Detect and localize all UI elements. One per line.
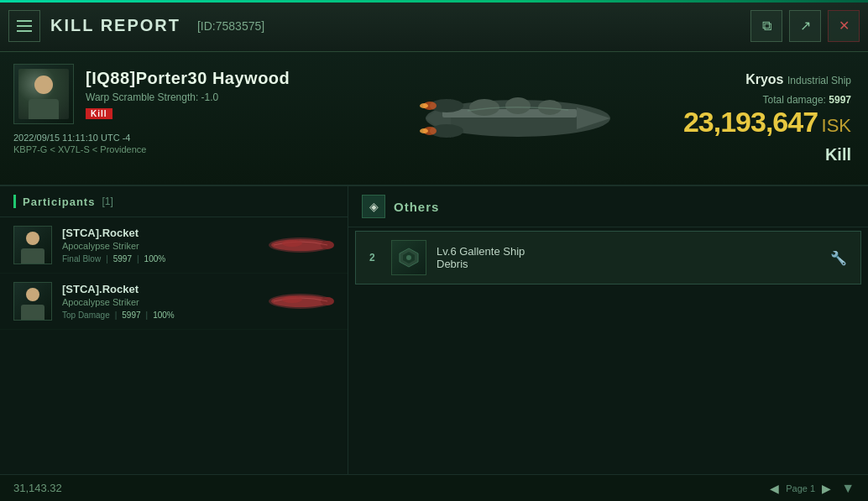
svg-point-20 (282, 296, 302, 303)
avatar-head (34, 76, 53, 94)
participant-info-2: [STCA].Rocket Apocalypse Striker Top Dam… (62, 283, 257, 320)
top-bar: KILL REPORT [ID:7583575] ⧉ ↗ ✕ (0, 0, 868, 52)
kill-timestamp: 2022/09/15 11:11:10 UTC -4 (13, 133, 306, 143)
stat-percent-2: 100% (153, 311, 175, 320)
kill-meta: 2022/09/15 11:11:10 UTC -4 KBP7-G < XV7L… (13, 133, 306, 154)
avatar-figure (18, 69, 69, 119)
main-content: Participants [1] [STCA].Rocket Apocalyps… (0, 186, 868, 501)
section-accent (13, 195, 16, 208)
damage-row: Total damage: 5997 (683, 94, 851, 106)
menu-button[interactable] (8, 10, 40, 42)
avatar-body (29, 99, 59, 119)
participants-header: Participants [1] (0, 186, 348, 217)
stat-damage-2: 5997 (122, 311, 140, 320)
kill-info-right: Kryos Industrial Ship Total damage: 5997… (667, 52, 868, 185)
participant-corp-2: Apocalypse Striker (62, 297, 257, 307)
others-panel: ◈ Others 2 Lv.6 Gallente Ship Debris 🔧 (348, 186, 868, 501)
weapon-icon-2 (267, 290, 334, 313)
ship-type-name: Kryos Industrial Ship (683, 72, 851, 87)
report-id: [ID:7583575] (197, 19, 264, 33)
item-name: Lv.6 Gallente Ship Debris (437, 245, 820, 270)
participant-item[interactable]: [STCA].Rocket Apocalypse Striker Final B… (0, 217, 348, 274)
participant-name-2: [STCA].Rocket (62, 283, 257, 295)
progress-bar (0, 0, 868, 3)
weapon-icon-1 (267, 233, 334, 257)
victim-row: [IQ88]Porter30 Haywood Warp Scramble Str… (13, 64, 306, 124)
victim-warp: Warp Scramble Strength: -1.0 (86, 91, 306, 103)
page-label: Page 1 (786, 483, 815, 493)
participants-count: [1] (102, 196, 112, 207)
debris-icon (396, 245, 421, 270)
victim-name: [IQ88]Porter30 Haywood (86, 69, 306, 88)
kill-badge: Kill (86, 108, 112, 119)
participant-avatar-2 (13, 282, 52, 321)
others-title: Others (394, 200, 439, 214)
isk-value: 23,193,647 (683, 106, 818, 138)
others-header: ◈ Others (348, 186, 868, 227)
total-damage-label: Total damage: (763, 94, 826, 106)
participant-name-1: [STCA].Rocket (62, 227, 257, 239)
ship-illustration (384, 64, 619, 173)
kill-header-left: [IQ88]Porter30 Haywood Warp Scramble Str… (0, 52, 319, 185)
participant-avatar-1 (13, 226, 52, 264)
ship-display (319, 52, 667, 185)
wrench-icon: 🔧 (830, 250, 847, 266)
others-icon: ◈ (362, 195, 385, 218)
stat-label-2: Top Damage (62, 311, 110, 320)
item-line2: Debris (437, 258, 468, 270)
share-button[interactable]: ↗ (789, 10, 821, 42)
svg-point-16 (282, 240, 302, 247)
pagination: ◀ Page 1 ▶ (770, 482, 831, 495)
top-actions: ⧉ ↗ ✕ (750, 10, 860, 42)
filter-icon[interactable]: ▼ (841, 481, 855, 496)
bottom-amount: 31,143.32 (13, 482, 62, 494)
isk-label: ISK (822, 115, 851, 136)
close-icon: ✕ (839, 18, 850, 34)
copy-button[interactable]: ⧉ (750, 10, 782, 42)
share-icon: ↗ (800, 18, 811, 34)
page-prev-button[interactable]: ◀ (770, 482, 779, 495)
participant-stats-1: Final Blow | 5997 | 100% (62, 254, 257, 264)
isk-display: 23,193,647 ISK (683, 106, 851, 138)
participant-info-1: [STCA].Rocket Apocalypse Striker Final B… (62, 227, 257, 264)
ship-type-class: Industrial Ship (787, 75, 851, 86)
item-line1: Lv.6 Gallente Ship (437, 245, 525, 258)
participants-panel: Participants [1] [STCA].Rocket Apocalyps… (0, 186, 348, 501)
ship-svg (384, 64, 602, 173)
page-next-button[interactable]: ▶ (822, 482, 831, 495)
participant-stats-2: Top Damage | 5997 | 100% (62, 311, 257, 320)
close-button[interactable]: ✕ (828, 10, 860, 42)
kill-location: KBP7-G < XV7L-S < Providence (13, 144, 306, 154)
total-damage-value: 5997 (829, 94, 851, 106)
participant-item-2[interactable]: [STCA].Rocket Apocalypse Striker Top Dam… (0, 274, 348, 330)
participants-title: Participants (23, 196, 95, 208)
svg-point-12 (420, 128, 428, 133)
item-count: 2 (369, 252, 381, 264)
svg-point-11 (420, 103, 428, 108)
stat-damage-1: 5997 (113, 254, 132, 264)
item-icon (391, 240, 426, 275)
participant-corp-1: Apocalypse Striker (62, 241, 257, 251)
victim-info: [IQ88]Porter30 Haywood Warp Scramble Str… (86, 69, 306, 120)
bottom-bar: 31,143.32 ◀ Page 1 ▶ ▼ (0, 474, 868, 501)
svg-point-23 (406, 255, 411, 260)
svg-point-7 (505, 97, 531, 114)
others-item[interactable]: 2 Lv.6 Gallente Ship Debris 🔧 (355, 231, 861, 284)
report-title: KILL REPORT (50, 16, 180, 35)
avatar (13, 64, 74, 124)
stat-label-1: Final Blow (62, 254, 101, 264)
stat-percent-1: 100% (144, 254, 166, 264)
kill-type-label: Kill (683, 145, 851, 164)
copy-icon: ⧉ (762, 18, 771, 34)
kill-header: [IQ88]Porter30 Haywood Warp Scramble Str… (0, 52, 868, 186)
